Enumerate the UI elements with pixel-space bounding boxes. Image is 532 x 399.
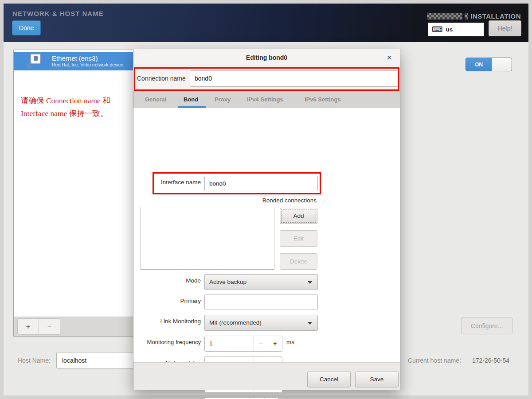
link-monitoring-dropdown[interactable]: MII (recommended) (204, 315, 318, 331)
remove-device-button[interactable]: − (39, 318, 60, 335)
keyboard-layout-label: us (446, 26, 453, 33)
device-list-toolbar: + − (14, 317, 140, 336)
plus-icon[interactable]: + (268, 336, 282, 351)
dialog-footer: Cancel Save (133, 362, 400, 390)
anaconda-network-screen: NETWORK & HOST NAME Done INSTALLATION ⌨ … (0, 0, 532, 399)
delete-bond-button[interactable]: Delete (280, 253, 317, 270)
dialog-title: Editing bond0 (133, 49, 400, 66)
redacted-block (427, 13, 462, 19)
toggle-on-label: ON (466, 58, 492, 71)
dialog-titlebar: Editing bond0 ✕ (133, 49, 400, 66)
annotation-line1: 请确保 Connection name 和 (21, 94, 138, 107)
installation-line: INSTALLATION (427, 12, 521, 20)
monitoring-frequency-label: Monitoring frequency (133, 339, 201, 345)
device-row-ethernet[interactable]: Ethernet (ens3) Red Hat, Inc. Virtio net… (14, 52, 140, 70)
primary-label: Primary (133, 298, 201, 304)
chevron-down-icon (308, 281, 312, 284)
monitoring-frequency-unit: ms (286, 339, 294, 345)
redacted-block (465, 13, 468, 19)
interface-name-label: Interface name (133, 179, 201, 186)
bonded-connections-list[interactable] (141, 207, 274, 270)
save-button[interactable]: Save (355, 372, 399, 387)
device-texts: Ethernet (ens3) Red Hat, Inc. Virtio net… (52, 54, 123, 68)
monitoring-frequency-spinner[interactable]: 1 − + (204, 336, 282, 352)
minus-icon[interactable]: − (254, 336, 268, 351)
add-device-button[interactable]: + (17, 318, 39, 335)
done-button[interactable]: Done (12, 20, 41, 35)
tab-ipv4-settings[interactable]: IPv4 Settings (247, 91, 283, 108)
add-bond-button[interactable]: Add (280, 208, 317, 224)
cancel-button[interactable]: Cancel (307, 372, 351, 387)
link-monitoring-label: Link Monitoring (133, 318, 201, 325)
annotation-line2: Interface name 保持一致。 (21, 107, 138, 120)
mode-value: Active backup (209, 279, 246, 285)
interface-name-input[interactable]: bond0 (204, 176, 318, 191)
tab-general[interactable]: General (145, 91, 166, 108)
keyboard-layout-selector[interactable]: ⌨ us (428, 23, 484, 36)
mode-label: Mode (133, 277, 201, 284)
network-on-toggle[interactable]: ON (466, 58, 512, 71)
page-title: NETWORK & HOST NAME (12, 10, 104, 17)
hostname-label: Host Name: (18, 357, 51, 364)
dialog-tabstrip: General Bond Proxy IPv4 Settings IPv6 Se… (133, 91, 400, 108)
device-name: Ethernet (ens3) (52, 54, 123, 62)
mode-dropdown[interactable]: Active backup (204, 274, 318, 290)
keyboard-icon: ⌨ (432, 26, 443, 33)
ethernet-icon (25, 53, 44, 69)
close-icon[interactable]: ✕ (385, 53, 394, 62)
device-list-panel: Ethernet (ens3) Red Hat, Inc. Virtio net… (13, 50, 140, 337)
bonded-connections-label: Bonded connections (223, 197, 317, 204)
tab-bond[interactable]: Bond (184, 91, 198, 108)
configure-button[interactable]: Configure... (461, 318, 512, 334)
primary-input[interactable] (204, 294, 318, 310)
hostname-input[interactable]: localhost (56, 352, 145, 369)
installation-label: INSTALLATION (470, 12, 521, 20)
current-host-label: Current host name: (408, 357, 461, 364)
toggle-handle (492, 58, 512, 71)
edit-bond-button[interactable]: Edit (280, 230, 317, 247)
link-monitoring-value: MII (recommended) (209, 319, 262, 326)
connection-name-input[interactable]: bond0 (190, 70, 398, 87)
tab-ipv6-settings[interactable]: IPv6 Settings (305, 91, 341, 108)
monitoring-frequency-value: 1 (205, 336, 254, 351)
spoke-header: NETWORK & HOST NAME Done INSTALLATION ⌨ … (4, 4, 528, 42)
help-button[interactable]: Help! (489, 20, 521, 36)
device-description: Red Hat, Inc. Virtio network device (52, 62, 123, 68)
bond-tab-content: Interface name bond0 Bonded connections … (133, 108, 400, 362)
editing-bond0-dialog: Editing bond0 ✕ Connection name bond0 Ge… (133, 49, 400, 390)
connection-name-label: Connection name (137, 75, 186, 82)
tab-proxy[interactable]: Proxy (215, 91, 231, 108)
current-host-value: 172-26-50-54 (472, 357, 509, 364)
annotation-note: 请确保 Connection name 和 Interface name 保持一… (21, 94, 138, 120)
connection-name-row: Connection name bond0 (133, 66, 400, 91)
chevron-down-icon (308, 322, 312, 325)
